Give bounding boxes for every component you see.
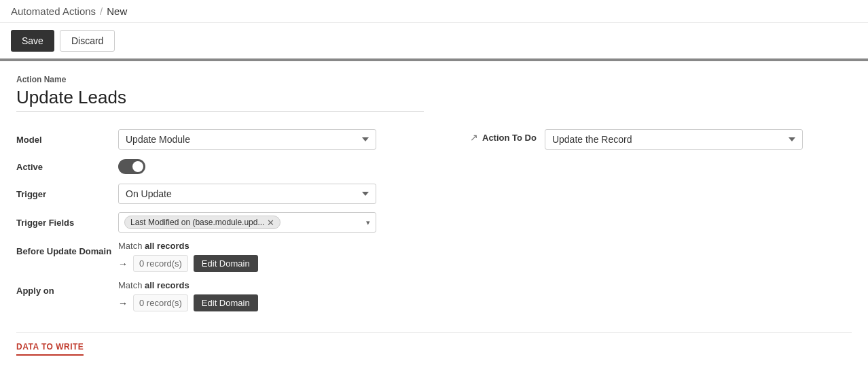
apply-on-edit-domain-button[interactable]: Edit Domain [194,294,258,311]
external-link-icon: ↗ [470,132,478,143]
trigger-fields-field: Last Modified on (base.module.upd... ✕ ▾ [118,208,437,237]
breadcrumb-separator: / [100,5,103,17]
data-to-write-title: DATA TO WRITE [16,342,84,356]
tag-dropdown-icon[interactable]: ▾ [366,218,370,227]
active-toggle[interactable] [118,159,145,174]
tag-label: Last Modified on (base.module.upd... [130,218,264,227]
model-field: Update Module [118,125,437,154]
discard-button[interactable]: Discard [60,30,115,52]
active-toggle-wrap [118,154,437,180]
data-to-write-section: DATA TO WRITE [16,332,852,356]
apply-on-field: Match all records → 0 record(s) Edit Dom… [118,276,437,316]
before-update-domain-label: Before Update Domain [16,237,118,263]
model-select[interactable]: Update Module [118,129,376,150]
tag-remove-icon[interactable]: ✕ [267,218,274,227]
apply-on-match-text: Match all records [118,280,437,290]
breadcrumb-current: New [107,5,127,17]
action-name-input[interactable] [16,87,424,112]
before-update-domain-field: Match all records → 0 record(s) Edit Dom… [118,237,437,276]
apply-on-arrow-icon: → [118,298,128,309]
before-update-arrow-icon: → [118,258,128,269]
before-update-edit-domain-button[interactable]: Edit Domain [194,255,258,272]
active-label: Active [16,155,118,179]
before-update-match-text: Match all records [118,241,437,251]
save-button[interactable]: Save [11,30,54,52]
action-name-section: Action Name [16,75,852,112]
trigger-field: On Update [118,180,437,208]
form-body: Action Name Model Update Module Active [0,61,868,369]
before-update-domain-row: → 0 record(s) Edit Domain [118,255,437,272]
action-to-do-select[interactable]: Update the Record [545,129,803,150]
action-to-do-label: Action To Do [482,133,537,143]
apply-on-label: Apply on [16,276,118,303]
trigger-fields-input[interactable]: Last Modified on (base.module.upd... ✕ ▾ [118,212,376,233]
trigger-label: Trigger [16,182,118,206]
trigger-fields-label: Trigger Fields [16,211,118,235]
before-update-record-count: 0 record(s) [133,255,188,272]
trigger-fields-tag: Last Modified on (base.module.upd... ✕ [124,216,281,229]
apply-on-record-count: 0 record(s) [133,294,188,311]
apply-on-domain-row: → 0 record(s) Edit Domain [118,294,437,311]
model-label: Model [16,128,118,152]
action-to-do-field: Update the Record [537,125,803,154]
trigger-select[interactable]: On Update [118,184,376,204]
breadcrumb-parent[interactable]: Automated Actions [11,5,96,17]
breadcrumb: Automated Actions / New [0,0,868,23]
toolbar: Save Discard [0,23,868,61]
action-to-do-label-wrap: ↗ Action To Do [470,125,537,150]
action-name-label: Action Name [16,75,852,84]
